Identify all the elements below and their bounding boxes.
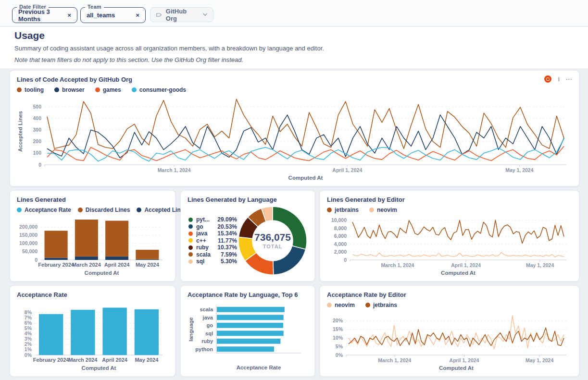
svg-text:0%: 0% (25, 352, 32, 358)
legend-percent: 20.53% (214, 223, 237, 230)
svg-text:python: python (195, 346, 213, 352)
legend-item[interactable]: consumer-goods (132, 86, 186, 93)
donut-legend-item[interactable]: ruby10.37% (188, 244, 237, 251)
svg-text:8%: 8% (25, 309, 32, 315)
svg-text:100,000: 100,000 (19, 240, 38, 246)
page-title: Usage (14, 30, 45, 41)
legend-label: sql (196, 258, 211, 265)
donut-legend-item[interactable]: go20.53% (188, 223, 237, 230)
card-title: Lines Generated by Editor (327, 196, 572, 204)
donut-legend-item[interactable]: sql5.30% (188, 258, 237, 265)
legend-dot-icon (17, 208, 22, 212)
close-icon[interactable]: × (129, 12, 139, 19)
acceptance-by-language-chart[interactable]: scalajavagosqlrubypythonAcceptance Ratel… (188, 301, 308, 372)
date-filter-chip[interactable]: Date Filter Previous 3 Months × (12, 7, 77, 23)
legend-percent: 15.34% (214, 230, 237, 237)
card-title: Lines Generated (17, 196, 168, 204)
chevron-down-icon (203, 13, 207, 16)
legend-label: tooling (25, 86, 44, 93)
legend-item[interactable]: browser (54, 86, 85, 93)
card-acceptance-by-language: Acceptance Rate by Language, Top 6 scala… (180, 285, 315, 377)
svg-text:0%: 0% (336, 352, 343, 358)
legend-label: c++ (196, 237, 211, 244)
svg-text:20%: 20% (333, 318, 343, 323)
legend-label: pyt... (196, 216, 211, 223)
svg-text:May 2024: May 2024 (136, 262, 160, 268)
legend-item[interactable]: tooling (17, 86, 44, 93)
legend-item[interactable]: neovim (327, 302, 355, 308)
legend-item[interactable]: Accepted Lines (137, 207, 187, 213)
legend-dot-icon (95, 87, 100, 92)
svg-text:April 2024: April 2024 (102, 357, 127, 363)
lines-by-editor-chart[interactable]: 02,0004,0006,0008,00010,000March 1, 2024… (327, 214, 572, 277)
tag-icon (156, 12, 162, 18)
legend-dot-icon (188, 259, 193, 264)
svg-text:300: 300 (33, 127, 41, 133)
legend-item[interactable]: Discarded Lines (78, 207, 130, 213)
team-filter-chip[interactable]: Team all_teams × (80, 7, 146, 23)
svg-text:0: 0 (38, 162, 41, 168)
donut-legend-item[interactable]: pyt...29.09% (188, 216, 237, 223)
alert-icon[interactable] (544, 75, 551, 83)
legend-label: browser (62, 86, 85, 93)
svg-text:Computed At: Computed At (288, 175, 323, 181)
svg-text:March 1, 2024: March 1, 2024 (381, 262, 414, 268)
legend-dot-icon (327, 303, 332, 307)
filter-bar: Date Filter Previous 3 Months × Team all… (0, 0, 588, 26)
legend-item[interactable]: jetbrains (365, 302, 397, 308)
team-filter-label: Team (85, 4, 104, 10)
svg-text:ruby: ruby (201, 338, 213, 344)
card-acceptance-rate: Acceptance Rate 0%1%2%3%4%5%6%7%8%Februa… (10, 285, 175, 377)
legend-item[interactable]: neovim (369, 207, 397, 213)
svg-text:8,000: 8,000 (334, 225, 347, 231)
legend-dot-icon (188, 224, 193, 229)
legend-label: games (103, 86, 121, 93)
svg-text:2,000: 2,000 (334, 249, 347, 255)
svg-text:6,000: 6,000 (334, 233, 347, 239)
card-title: Lines Generated by Language (188, 196, 308, 204)
legend-label: Acceptance Rate (25, 207, 71, 213)
svg-text:February 2024: February 2024 (38, 262, 74, 268)
more-icon[interactable]: ··· (566, 75, 572, 83)
svg-text:language: language (188, 317, 194, 341)
svg-text:Acceptance Rate: Acceptance Rate (237, 365, 281, 370)
close-icon[interactable]: × (61, 12, 71, 19)
card-lines-generated: Lines Generated Acceptance RateDiscarded… (10, 190, 175, 282)
donut-area: pyt...29.09%go20.53%java15.34%c++11.77%r… (188, 204, 308, 277)
svg-text:May 1, 2024: May 1, 2024 (525, 357, 554, 363)
svg-text:April 2024: April 2024 (104, 262, 130, 268)
acceptance-rate-chart[interactable]: 0%1%2%3%4%5%6%7%8%February 2024March 202… (17, 302, 168, 372)
svg-text:March 1, 2024: March 1, 2024 (378, 357, 411, 363)
legend-item[interactable]: games (95, 86, 121, 93)
svg-text:5%: 5% (336, 343, 343, 349)
legend-dot-icon (369, 208, 374, 212)
acceptance-by-editor-chart[interactable]: 0%5%10%15%20%March 1, 2024April 1, 2024M… (327, 309, 572, 372)
svg-text:February 2024: February 2024 (33, 357, 69, 363)
team-filter-value: all_teams (87, 12, 115, 19)
svg-text:200,000: 200,000 (19, 224, 38, 230)
legend-dot-icon (327, 208, 332, 212)
info-icon[interactable]: i (558, 75, 560, 83)
svg-text:0: 0 (344, 257, 347, 263)
donut-legend-item[interactable]: scala7.59% (188, 251, 237, 258)
legend-dot-icon (132, 87, 137, 92)
svg-text:1%: 1% (25, 346, 32, 352)
card-lines-by-language: Lines Generated by Language pyt...29.09%… (180, 190, 315, 282)
svg-text:10%: 10% (333, 335, 343, 341)
svg-text:6%: 6% (25, 320, 32, 326)
legend-item[interactable]: jetbrains (327, 207, 359, 213)
lines-of-code-accepted-chart[interactable]: 0100200300400500March 1, 2024April 1, 20… (17, 94, 572, 182)
svg-text:May 1, 2024: May 1, 2024 (526, 262, 554, 268)
svg-text:go: go (207, 322, 213, 328)
card-title: Acceptance Rate by Language, Top 6 (188, 291, 308, 299)
card-lines-of-code-accepted: i ··· Lines of Code Accepted by GitHub O… (10, 70, 579, 186)
svg-text:15%: 15% (333, 326, 343, 332)
donut-legend-item[interactable]: c++11.77% (188, 237, 237, 244)
donut-legend-item[interactable]: java15.34% (188, 230, 237, 237)
svg-text:Computed At: Computed At (82, 365, 116, 371)
github-org-filter[interactable]: GitHub Org (150, 7, 213, 22)
lines-by-language-chart[interactable]: 736,075 TOTAL (237, 205, 308, 276)
lines-generated-chart[interactable]: 050,000100,000150,000200,000February 202… (17, 214, 168, 277)
svg-text:Computed At: Computed At (441, 270, 475, 276)
legend-item[interactable]: Acceptance Rate (17, 207, 71, 213)
